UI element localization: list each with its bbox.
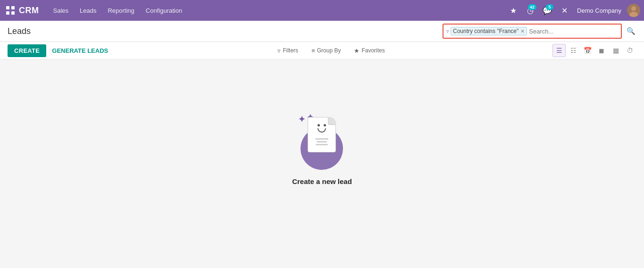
doc-eyes [318, 124, 326, 126]
calendar-view-button[interactable]: 📅 [581, 44, 594, 57]
search-area: ▿ Country contains "France" ✕ [443, 24, 622, 39]
topbar-left: CRM Sales Leads Reporting Configuration [4, 4, 187, 17]
groupby-icon: ≡ [311, 47, 315, 54]
groupby-button[interactable]: ≡ Group By [309, 45, 343, 56]
nav-sales[interactable]: Sales [49, 5, 74, 16]
groupby-label: Group By [317, 47, 341, 54]
doc-face [315, 124, 328, 145]
empty-illustration: ✦ ✦ [293, 113, 350, 170]
filter-icon: ▿ [446, 28, 449, 34]
favorites-button[interactable]: ★ Favorites [351, 45, 387, 56]
grid-menu-icon[interactable] [4, 4, 17, 17]
calendar-view-icon: 📅 [584, 47, 592, 54]
doc-line-3 [316, 144, 328, 145]
activity-view-button[interactable]: ⏱ [623, 44, 636, 57]
company-name: Demo Company [577, 7, 621, 14]
messages-badge: 5 [546, 4, 553, 10]
filter-tag-text: Country contains "France" [453, 28, 519, 34]
chart-view-button[interactable]: ▩ [609, 44, 622, 57]
create-button[interactable]: CREATE [8, 44, 46, 57]
actionbar: CREATE GENERATE LEADS ▿ Filters ≡ Group … [0, 42, 644, 59]
svg-rect-1 [11, 6, 15, 9]
view-switcher: ☰ ☷ 📅 ◼ ▩ ⏱ [552, 44, 636, 57]
empty-doc [308, 117, 336, 152]
star-favorites-icon: ★ [354, 47, 360, 54]
grid-view-icon: ◼ [599, 47, 604, 54]
empty-state-label: Create a new lead [292, 177, 352, 185]
filter-funnel-icon: ▿ [277, 47, 281, 54]
doc-smile [318, 128, 326, 133]
doc-line-2 [317, 141, 327, 142]
doc-lines [315, 138, 328, 145]
kanban-view-button[interactable]: ☷ [567, 44, 580, 57]
svg-rect-0 [6, 6, 9, 9]
sparkle-icon-1: ✦ [298, 115, 305, 124]
notifications-badge: 42 [528, 4, 536, 10]
main-content: ✦ ✦ Create a new lead [0, 59, 644, 239]
filter-tag-country: Country contains "France" ✕ [451, 27, 527, 35]
subheader: Leads ▿ Country contains "France" ✕ 🔍 [0, 21, 644, 42]
clock-icon[interactable]: ◷ 42 [523, 3, 537, 17]
chart-view-icon: ▩ [613, 47, 619, 54]
empty-state: ✦ ✦ Create a new lead [292, 113, 352, 185]
list-view-button[interactable]: ☰ [552, 44, 566, 57]
svg-rect-3 [11, 11, 15, 15]
kanban-view-icon: ☷ [570, 47, 577, 54]
nav-reporting[interactable]: Reporting [103, 5, 139, 16]
list-view-icon: ☰ [556, 47, 562, 54]
doc-eye-right [324, 124, 326, 126]
search-button[interactable]: 🔍 [626, 26, 636, 36]
page-title: Leads [8, 26, 31, 36]
actionbar-left: CREATE GENERATE LEADS [8, 44, 110, 57]
avatar[interactable] [627, 4, 640, 17]
nav-configuration[interactable]: Configuration [141, 5, 187, 16]
favorites-label: Favorites [361, 47, 385, 54]
doc-eye-left [318, 124, 320, 126]
topbar-right: ★ ◷ 42 💬 5 ✕ Demo Company [506, 3, 640, 17]
actionbar-center: ▿ Filters ≡ Group By ★ Favorites [275, 45, 387, 56]
filters-label: Filters [283, 47, 298, 54]
chat-icon[interactable]: 💬 5 [540, 3, 554, 17]
search-input[interactable] [529, 28, 618, 35]
star-icon[interactable]: ★ [506, 3, 520, 17]
svg-point-5 [631, 6, 636, 11]
svg-rect-2 [6, 11, 9, 15]
generate-leads-button[interactable]: GENERATE LEADS [50, 44, 110, 57]
doc-line-1 [315, 138, 328, 140]
filters-button[interactable]: ▿ Filters [275, 45, 301, 56]
app-name: CRM [19, 6, 39, 16]
nav-leads[interactable]: Leads [75, 5, 101, 16]
nav-menu: Sales Leads Reporting Configuration [49, 5, 187, 16]
activity-view-icon: ⏱ [627, 47, 633, 54]
close-icon[interactable]: ✕ [557, 3, 571, 17]
grid-view-button[interactable]: ◼ [595, 44, 608, 57]
topbar: CRM Sales Leads Reporting Configuration … [0, 0, 644, 21]
filter-tag-remove[interactable]: ✕ [520, 28, 525, 34]
